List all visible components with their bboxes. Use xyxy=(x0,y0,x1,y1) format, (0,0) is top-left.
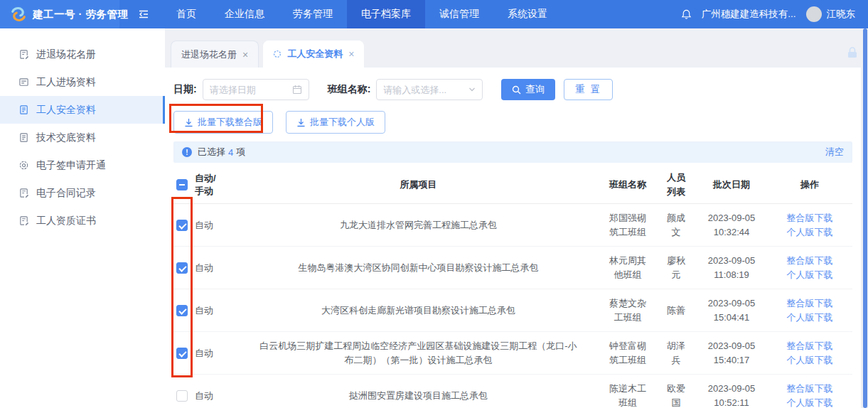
cell-batch-date: 2023-09-0510:32:44 xyxy=(696,211,767,240)
sidebar-item-label: 工人资质证书 xyxy=(36,215,96,227)
lock-icon[interactable] xyxy=(845,45,859,62)
header-mode: 自动/ 手动 xyxy=(195,172,237,198)
row-checkbox[interactable] xyxy=(176,262,188,274)
sidebar: 进退场花名册 工人进场资料 工人安全资料 技术交底资料 电子签申请开通 电子合同… xyxy=(0,28,165,408)
document-edit-icon xyxy=(18,188,29,198)
sidebar-item-tech-docs[interactable]: 技术交底资料 xyxy=(0,124,165,151)
close-icon[interactable]: × xyxy=(348,49,354,59)
cell-person: 陈善 xyxy=(656,304,696,318)
cell-person: 欧爱国 xyxy=(656,382,696,408)
personal-download-link[interactable]: 个人版下载 xyxy=(767,396,852,408)
row-checkbox[interactable] xyxy=(176,220,188,231)
combined-download-link[interactable]: 整合版下载 xyxy=(767,254,852,268)
cell-batch-date: 2023-09-0515:04:41 xyxy=(696,296,767,325)
nav-item-home[interactable]: 首页 xyxy=(162,0,210,28)
company-name[interactable]: 广州穗建建造科技有... xyxy=(702,8,796,21)
header-team: 班组名称 xyxy=(599,178,656,192)
selection-count: 4 xyxy=(228,147,233,158)
cell-project: 大湾区科创走廊新光谱项目勘察设计施工总承包 xyxy=(237,304,599,318)
nav-item-enterprise[interactable]: 企业信息 xyxy=(210,0,279,28)
user-menu[interactable]: 江晓东 xyxy=(806,6,856,22)
date-filter-label: 日期: xyxy=(173,83,197,96)
header-person: 人员 列表 xyxy=(656,171,696,199)
refresh-icon[interactable] xyxy=(273,50,282,58)
data-table: 自动/ 手动 所属项目 班组名称 人员 列表 批次日期 操作 自动 九龙大道排水… xyxy=(173,166,852,408)
tab-bar: 进退场花名册 × 工人安全资料 × xyxy=(165,28,868,68)
notification-bell-icon[interactable] xyxy=(681,9,692,20)
nav-item-integrity[interactable]: 诚信管理 xyxy=(425,0,493,28)
table-row: 自动 九龙大道排水管网完善工程施工总承包 郑国强砌筑工班组 颜成文 2023-0… xyxy=(173,204,852,247)
cell-mode: 自动 xyxy=(195,347,237,360)
combined-download-link[interactable]: 整合版下载 xyxy=(767,382,852,396)
sidebar-item-label: 工人进场资料 xyxy=(36,76,96,89)
date-input[interactable] xyxy=(210,85,292,95)
date-picker[interactable] xyxy=(203,79,309,100)
combined-download-link[interactable]: 整合版下载 xyxy=(767,296,852,311)
personal-download-link[interactable]: 个人版下载 xyxy=(767,268,852,282)
sidebar-item-certificates[interactable]: 工人资质证书 xyxy=(0,207,165,235)
table-row: 自动 大湾区科创走廊新光谱项目勘察设计施工总承包 蔡楚文杂工班组 陈善 2023… xyxy=(173,289,852,332)
cell-batch-date: 2023-09-0511:08:19 xyxy=(696,254,767,282)
search-button[interactable]: 查询 xyxy=(501,79,555,100)
cell-project: 生物岛粤港澳大湾区协同创新中心项目勘察设计施工总承包 xyxy=(237,261,599,275)
row-checkbox[interactable] xyxy=(176,390,188,402)
cell-actions: 整合版下载 个人版下载 xyxy=(767,254,852,282)
filter-row: 日期: 班组名称: xyxy=(173,78,852,101)
vertical-scrollbar[interactable] xyxy=(863,28,867,408)
clear-selection-link[interactable]: 清空 xyxy=(825,146,844,159)
cell-actions: 整合版下载 个人版下载 xyxy=(767,296,852,325)
gear-icon xyxy=(18,160,29,171)
sidebar-item-safety-docs[interactable]: 工人安全资料 xyxy=(0,96,165,124)
table-row: 自动 白云机场三期扩建工程周边临空经济产业园区基础设施建设三期工程（龙口-小布二… xyxy=(173,332,852,375)
cell-project: 白云机场三期扩建工程周边临空经济产业园区基础设施建设三期工程（龙口-小布二期）（… xyxy=(237,339,599,367)
sidebar-item-label: 技术交底资料 xyxy=(36,131,96,144)
app-window: 建工一号 · 劳务管理 首页 企业信息 劳务管理 电子档案库 诚信管理 系统设置… xyxy=(0,0,868,408)
sidebar-item-label: 电子签申请开通 xyxy=(36,159,106,172)
nav-item-labor[interactable]: 劳务管理 xyxy=(279,0,347,28)
download-icon xyxy=(296,118,306,127)
logo-icon xyxy=(10,6,27,23)
nav-item-settings[interactable]: 系统设置 xyxy=(493,0,562,28)
document-edit-icon xyxy=(18,49,29,60)
tab-roster[interactable]: 进退场花名册 × xyxy=(171,41,259,68)
combined-download-link[interactable]: 整合版下载 xyxy=(767,339,852,353)
combined-download-link[interactable]: 整合版下载 xyxy=(767,211,852,225)
personal-download-link[interactable]: 个人版下载 xyxy=(767,225,852,240)
reset-button[interactable]: 重 置 xyxy=(564,79,613,100)
cell-mode: 自动 xyxy=(195,304,237,317)
cell-person: 胡泽兵 xyxy=(656,339,696,367)
sidebar-item-econtract[interactable]: 电子合同记录 xyxy=(0,179,165,207)
cell-team: 蔡楚文杂工班组 xyxy=(599,296,656,325)
cell-team: 郑国强砌筑工班组 xyxy=(599,211,656,240)
header-actions: 操作 xyxy=(767,178,852,192)
cell-mode: 自动 xyxy=(195,390,237,402)
team-select[interactable] xyxy=(376,79,483,100)
personal-download-link[interactable]: 个人版下载 xyxy=(767,353,852,367)
cell-mode: 自动 xyxy=(195,219,237,232)
sidebar-item-esign[interactable]: 电子签申请开通 xyxy=(0,151,165,179)
id-card-icon xyxy=(18,77,29,87)
tab-safety-docs[interactable]: 工人安全资料 × xyxy=(263,41,364,68)
calendar-icon xyxy=(292,85,302,95)
cell-team: 林元周其他班组 xyxy=(599,254,656,282)
row-checkbox[interactable] xyxy=(176,305,188,316)
menu-fold-icon[interactable] xyxy=(138,9,149,20)
table-row: 自动 挞洲围安置房建设项目施工总承包 陈逆木工班组 欧爱国 2023-09-05… xyxy=(173,375,852,408)
close-icon[interactable]: × xyxy=(242,50,248,60)
header-batch-date: 批次日期 xyxy=(696,178,767,192)
team-select-input[interactable] xyxy=(383,85,468,95)
main-area: 进退场花名册 × 工人安全资料 × 日期: xyxy=(165,28,868,408)
nav-item-earchive[interactable]: 电子档案库 xyxy=(347,0,425,28)
sidebar-item-roster[interactable]: 进退场花名册 xyxy=(0,41,165,68)
cell-person: 廖秋元 xyxy=(656,254,696,282)
info-icon xyxy=(182,147,192,157)
batch-download-personal-button[interactable]: 批量下载个人版 xyxy=(286,111,385,134)
main-nav: 首页 企业信息 劳务管理 电子档案库 诚信管理 系统设置 xyxy=(162,0,562,28)
document-icon xyxy=(18,104,29,115)
row-checkbox[interactable] xyxy=(176,348,188,359)
personal-download-link[interactable]: 个人版下载 xyxy=(767,311,852,325)
select-all-checkbox[interactable] xyxy=(176,179,188,190)
batch-download-combined-button[interactable]: 批量下载整合版 xyxy=(173,111,273,134)
download-icon xyxy=(184,118,193,127)
sidebar-item-entry-docs[interactable]: 工人进场资料 xyxy=(0,68,165,96)
